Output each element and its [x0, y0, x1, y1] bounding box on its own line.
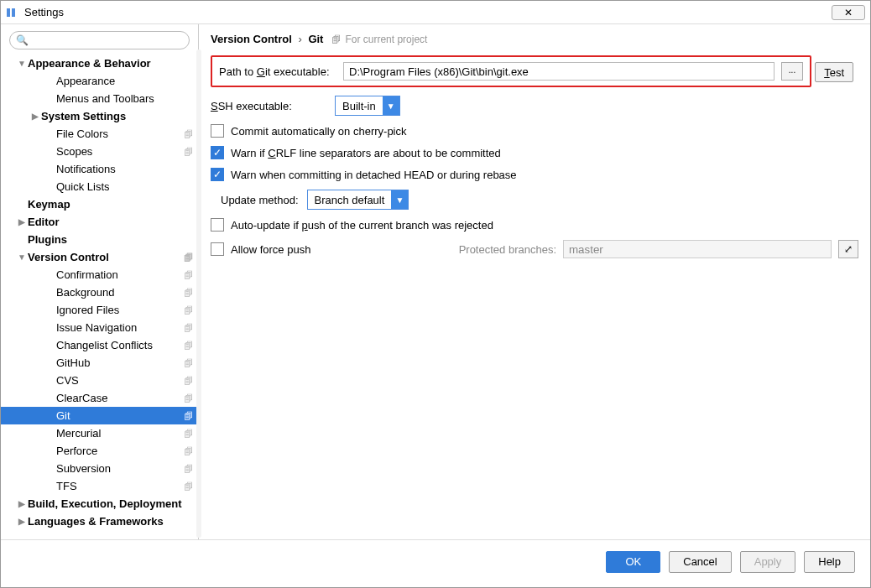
- protected-branches-expand-button[interactable]: ⤢: [838, 240, 858, 258]
- git-path-browse-button[interactable]: ...: [781, 62, 803, 81]
- update-method-value: Branch default: [308, 194, 392, 206]
- tree-item-label: Appearance: [56, 75, 115, 87]
- update-method-row: Update method: Branch default ▼: [211, 190, 858, 210]
- window-close-button[interactable]: ✕: [832, 5, 865, 20]
- force-push-checkbox[interactable]: [211, 242, 224, 256]
- dropdown-arrow-icon: ▼: [383, 96, 399, 115]
- tree-item-label: GitHub: [56, 356, 90, 369]
- project-scope-icon: 🗐: [184, 270, 193, 280]
- tree-item-keymap[interactable]: Keymap: [1, 195, 198, 213]
- ssh-label: SSH executable:: [211, 100, 328, 112]
- tree-item-label: Git: [56, 409, 70, 422]
- tree-arrow-icon: [16, 517, 28, 526]
- tree-item-file-colors[interactable]: File Colors🗐: [1, 125, 198, 143]
- tree-item-appearance[interactable]: Appearance: [1, 72, 198, 90]
- cherry-pick-row: Commit automatically on cherry-pick: [211, 124, 858, 138]
- tree-item-label: Confirmation: [56, 268, 118, 281]
- project-scope-icon: 🗐: [184, 288, 193, 298]
- cherry-pick-label: Commit automatically on cherry-pick: [231, 125, 407, 138]
- cherry-pick-checkbox[interactable]: [211, 124, 224, 138]
- breadcrumb-scope: 🗐 For current project: [331, 34, 427, 45]
- tree-item-background[interactable]: Background🗐: [1, 284, 198, 301]
- tree-item-notifications[interactable]: Notifications: [1, 160, 198, 178]
- git-test-button[interactable]: Test: [815, 62, 853, 82]
- svg-rect-0: [7, 8, 10, 17]
- tree-item-label: Keymap: [28, 198, 70, 211]
- tree-arrow-icon: [16, 499, 28, 508]
- project-scope-icon: 🗐: [184, 446, 193, 456]
- tree-item-git[interactable]: Git🗐: [1, 407, 198, 424]
- tree-item-scopes[interactable]: Scopes🗐: [1, 143, 198, 160]
- protected-branches-label: Protected branches:: [459, 243, 556, 256]
- tree-item-github[interactable]: GitHub🗐: [1, 354, 198, 372]
- cancel-button[interactable]: Cancel: [669, 551, 731, 573]
- tree-item-tfs[interactable]: TFS🗐: [1, 477, 198, 495]
- project-scope-icon: 🗐: [184, 323, 193, 333]
- tree-item-clearcase[interactable]: ClearCase🗐: [1, 389, 198, 407]
- tree-item-cvs[interactable]: CVS🗐: [1, 372, 198, 389]
- tree-item-editor[interactable]: Editor: [1, 213, 198, 231]
- crlf-row: ✓ Warn if CRLF line separators are about…: [211, 146, 858, 159]
- tree-item-mercurial[interactable]: Mercurial🗐: [1, 424, 198, 442]
- tree-item-label: File Colors: [56, 127, 108, 140]
- settings-detail-panel: Version Control › Git 🗐 For current proj…: [199, 24, 870, 539]
- tree-item-appearance-behavior[interactable]: Appearance & Behavior: [1, 55, 198, 72]
- tree-arrow-icon: [29, 112, 41, 121]
- ssh-dropdown[interactable]: Built-in ▼: [335, 96, 400, 116]
- project-scope-icon: 🗐: [184, 129, 193, 139]
- tree-item-quick-lists[interactable]: Quick Lists: [1, 178, 198, 195]
- tree-item-label: TFS: [56, 480, 77, 492]
- tree-item-ignored-files[interactable]: Ignored Files🗐: [1, 301, 198, 319]
- tree-item-label: Scopes: [56, 145, 92, 158]
- detached-checkbox[interactable]: ✓: [211, 168, 224, 181]
- project-scope-icon: 🗐: [184, 252, 193, 263]
- search-input[interactable]: [9, 31, 190, 49]
- tree-arrow-icon: [16, 217, 28, 226]
- settings-tree: Appearance & BehaviorAppearanceMenus and…: [1, 55, 198, 530]
- tree-item-subversion[interactable]: Subversion🗐: [1, 460, 198, 477]
- tree-item-plugins[interactable]: Plugins: [1, 231, 198, 248]
- tree-item-label: Menus and Toolbars: [56, 92, 154, 105]
- tree-item-changelist-conflicts[interactable]: Changelist Conflicts🗐: [1, 336, 198, 354]
- ssh-dropdown-value: Built-in: [336, 100, 383, 112]
- project-scope-icon: 🗐: [184, 464, 193, 474]
- tree-item-label: Appearance & Behavior: [28, 57, 151, 70]
- tree-item-label: Issue Navigation: [56, 321, 137, 334]
- project-scope-icon: 🗐: [184, 481, 193, 492]
- autoupdate-label: Auto-update if push of the current branc…: [231, 219, 493, 232]
- breadcrumb: Version Control › Git 🗐 For current proj…: [211, 33, 858, 45]
- tree-item-label: System Settings: [41, 110, 126, 122]
- tree-arrow-icon: [16, 59, 28, 68]
- project-scope-icon: 🗐: [184, 147, 193, 157]
- tree-item-label: Changelist Conflicts: [56, 339, 153, 351]
- tree-item-confirmation[interactable]: Confirmation🗐: [1, 266, 198, 284]
- tree-item-label: Ignored Files: [56, 304, 119, 316]
- git-path-input[interactable]: [343, 62, 775, 81]
- crlf-checkbox[interactable]: ✓: [211, 146, 224, 159]
- help-button[interactable]: Help: [804, 551, 855, 573]
- ok-button[interactable]: OK: [606, 551, 660, 573]
- tree-item-label: Plugins: [28, 233, 67, 246]
- autoupdate-row: Auto-update if push of the current branc…: [211, 218, 858, 232]
- project-scope-icon: 🗐: [184, 305, 193, 315]
- project-scope-icon: 🗐: [184, 393, 193, 403]
- tree-item-label: Quick Lists: [56, 180, 110, 193]
- update-method-dropdown[interactable]: Branch default ▼: [307, 190, 409, 210]
- tree-item-version-control[interactable]: Version Control🗐: [1, 248, 198, 266]
- tree-item-system-settings[interactable]: System Settings: [1, 107, 198, 125]
- autoupdate-checkbox[interactable]: [211, 218, 224, 232]
- tree-item-menus-and-toolbars[interactable]: Menus and Toolbars: [1, 90, 198, 107]
- git-path-label: Path to Git executable:: [219, 65, 336, 78]
- tree-item-label: Version Control: [28, 251, 109, 263]
- apply-button[interactable]: Apply: [740, 551, 796, 573]
- tree-item-label: Background: [56, 286, 114, 299]
- tree-item-perforce[interactable]: Perforce🗐: [1, 442, 198, 460]
- tree-item-build-execution-deployment[interactable]: Build, Execution, Deployment: [1, 495, 198, 513]
- tree-item-label: Notifications: [56, 163, 116, 175]
- breadcrumb-part-1: Version Control: [211, 33, 292, 45]
- project-scope-icon: 🗐: [184, 411, 193, 421]
- dialog-footer: OK Cancel Apply Help: [1, 539, 870, 583]
- tree-item-issue-navigation[interactable]: Issue Navigation🗐: [1, 319, 198, 336]
- tree-item-languages-frameworks[interactable]: Languages & Frameworks: [1, 513, 198, 530]
- tree-item-label: Languages & Frameworks: [28, 515, 164, 528]
